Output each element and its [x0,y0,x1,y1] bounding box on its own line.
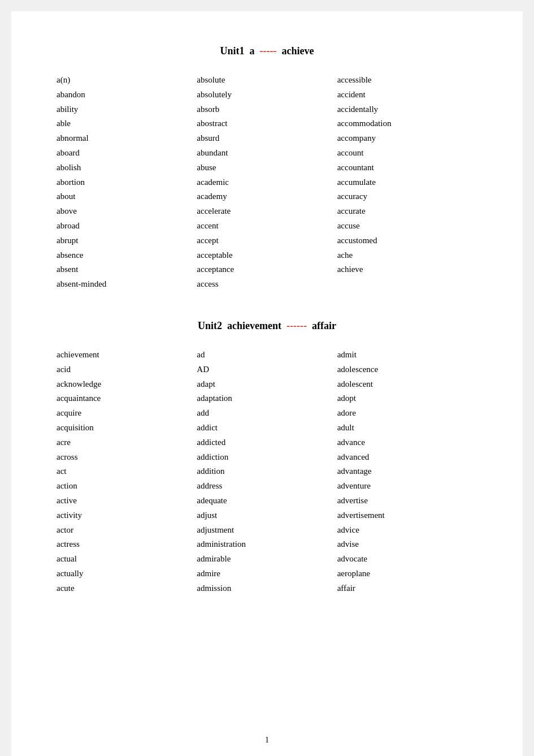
word-item: acknowledge [57,377,197,392]
word-item: AD [197,362,337,377]
word-item: adventure [337,479,477,494]
word-item: active [57,494,197,508]
word-item: academy [197,189,337,204]
word-item: across [57,450,197,465]
page-number: 1 [11,736,523,745]
word-item: actor [57,523,197,538]
word-item: actress [57,537,197,552]
word-item: accustomed [337,234,477,248]
word-item: about [57,189,197,204]
word-item: adopt [337,391,477,406]
word-column-1: adADadaptadaptationaddaddictaddictedaddi… [197,348,337,596]
word-item: advocate [337,552,477,567]
word-item: accurate [337,204,477,219]
word-item: adolescent [337,377,477,392]
word-item: accuracy [337,189,477,204]
word-item: accommodation [337,116,477,131]
word-item: absence [57,248,197,263]
word-item: above [57,204,197,219]
word-item: adaptation [197,391,337,406]
word-column-2: admitadolescenceadolescentadoptadoreadul… [337,348,477,596]
word-item: abortion [57,175,197,190]
word-item: acid [57,362,197,377]
word-item: admit [337,348,477,362]
word-item: aboard [57,146,197,161]
unit-dashes: ----- [260,45,277,57]
word-column-0: a(n)abandonabilityableabnormalaboardabol… [57,73,197,292]
word-item: advanced [337,450,477,465]
word-item: absorb [197,102,337,117]
word-item: advice [337,523,477,538]
word-item: accept [197,234,337,248]
word-column-0: achievementacidacknowledgeacquaintanceac… [57,348,197,596]
word-item: accelerate [197,204,337,219]
unit-section-unit1: Unit1 a ----- achievea(n)abandonabilitya… [57,45,477,292]
word-item: addicted [197,435,337,450]
word-item: acute [57,581,197,596]
word-item: account [337,146,477,161]
word-item: achieve [337,262,477,277]
word-column-1: absoluteabsolutelyabsorbabostractabsurda… [197,73,337,292]
word-item: adult [337,421,477,435]
word-item: absurd [197,131,337,146]
word-grid-unit1: a(n)abandonabilityableabnormalaboardabol… [57,73,477,292]
word-item: absent-minded [57,277,197,292]
word-item: accumulate [337,175,477,190]
word-item: achievement [57,348,197,362]
word-item: action [57,479,197,494]
page: Unit1 a ----- achievea(n)abandonabilitya… [11,11,523,756]
word-item: adjustment [197,523,337,538]
word-item: admission [197,581,337,596]
word-item: administration [197,537,337,552]
word-item: abolish [57,161,197,175]
word-item: abundant [197,146,337,161]
word-item: adolescence [337,362,477,377]
word-column-2: accessibleaccidentaccidentallyaccommodat… [337,73,477,292]
word-item: abostract [197,116,337,131]
word-item: accountant [337,161,477,175]
word-item: advertisement [337,508,477,523]
unit-section-unit2: Unit2 achievement ------ affairachieveme… [57,320,477,596]
word-item: abroad [57,219,197,234]
word-item: a(n) [57,73,197,88]
word-item: abandon [57,88,197,102]
word-item: advantage [337,464,477,479]
word-item: accuse [337,219,477,234]
word-item: act [57,464,197,479]
word-item: acquisition [57,421,197,435]
word-item: ability [57,102,197,117]
word-item: adequate [197,494,337,508]
word-item: acre [57,435,197,450]
word-item: ache [337,248,477,263]
word-item: accent [197,219,337,234]
word-item: able [57,116,197,131]
word-item: admirable [197,552,337,567]
word-item: address [197,479,337,494]
word-item: actually [57,567,197,581]
unit-title-unit2: Unit2 achievement ------ affair [57,320,477,332]
word-item: abuse [197,161,337,175]
word-item: abnormal [57,131,197,146]
word-item: adjust [197,508,337,523]
word-item: acquire [57,406,197,421]
word-item: addict [197,421,337,435]
word-item: accident [337,88,477,102]
word-item: addition [197,464,337,479]
word-item: add [197,406,337,421]
word-item: access [197,277,337,292]
word-item: actual [57,552,197,567]
word-item: accessible [337,73,477,88]
word-item: acceptable [197,248,337,263]
word-item: admire [197,567,337,581]
word-item: accompany [337,131,477,146]
word-item: advertise [337,494,477,508]
word-item: aeroplane [337,567,477,581]
word-grid-unit2: achievementacidacknowledgeacquaintanceac… [57,348,477,596]
word-item: activity [57,508,197,523]
word-item: advise [337,537,477,552]
word-item: advance [337,435,477,450]
word-item: acceptance [197,262,337,277]
unit-title-unit1: Unit1 a ----- achieve [57,45,477,57]
word-item: acquaintance [57,391,197,406]
word-item: academic [197,175,337,190]
